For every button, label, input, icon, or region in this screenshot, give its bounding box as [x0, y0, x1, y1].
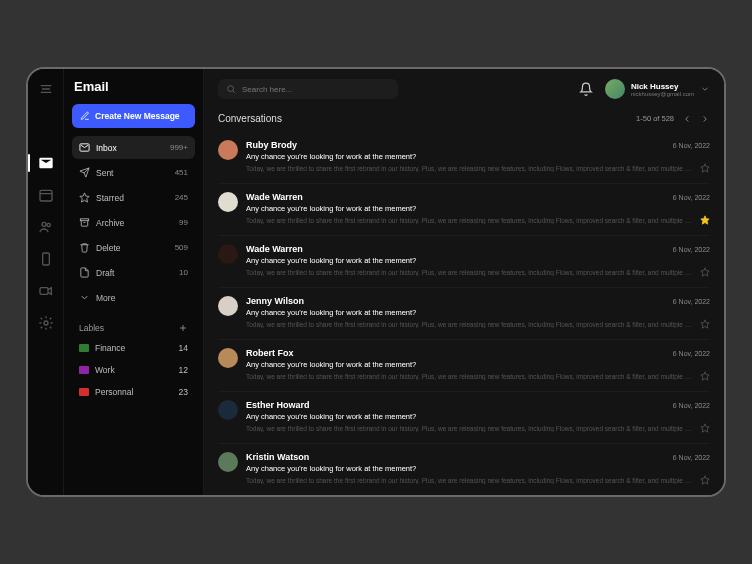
conversation-item[interactable]: Kristin Watson6 Nov, 2022Any chance you'… — [218, 444, 710, 495]
sidebar-item-archive[interactable]: Archive99 — [72, 211, 195, 234]
svg-marker-20 — [701, 372, 709, 380]
star-icon[interactable] — [700, 163, 710, 173]
conversation-preview: Today, we are thrilled to share the firs… — [246, 269, 692, 276]
conversation-preview: Today, we are thrilled to share the firs… — [246, 165, 692, 172]
svg-point-5 — [42, 222, 46, 226]
settings-icon[interactable] — [38, 315, 54, 331]
svg-marker-19 — [701, 320, 709, 328]
users-icon[interactable] — [38, 219, 54, 235]
sender-name: Wade Warren — [246, 244, 303, 254]
star-icon[interactable] — [700, 319, 710, 329]
folder-count: 999+ — [170, 143, 188, 152]
conversation-preview: Today, we are thrilled to share the firs… — [246, 477, 692, 484]
compose-icon — [80, 111, 90, 121]
conversation-item[interactable]: Jenny Wilson6 Nov, 2022Any chance you're… — [218, 288, 710, 340]
star-icon[interactable] — [700, 215, 710, 225]
sender-name: Ruby Brody — [246, 140, 297, 150]
create-message-button[interactable]: Create New Message — [72, 104, 195, 128]
notifications-icon[interactable] — [579, 82, 593, 96]
starred-icon — [79, 192, 90, 203]
pagination: 1-50 of 528 — [636, 114, 710, 124]
avatar — [218, 244, 238, 264]
sidebar-item-inbox[interactable]: Inbox999+ — [72, 136, 195, 159]
svg-point-6 — [47, 223, 50, 226]
conversation-item[interactable]: Ruby Brody6 Nov, 2022Any chance you're l… — [218, 132, 710, 184]
conversation-preview: Today, we are thrilled to share the firs… — [246, 321, 692, 328]
conversation-subject: Any chance you're looking for work at th… — [246, 256, 710, 265]
main: Nick Hussey nickhussey@gmail.com Convers… — [204, 69, 724, 495]
inbox-icon — [79, 142, 90, 153]
sender-name: Esther Howard — [246, 400, 310, 410]
sent-icon — [79, 167, 90, 178]
label-item[interactable]: Personnal23 — [72, 381, 195, 403]
folder-label: Inbox — [96, 143, 117, 153]
label-item[interactable]: Finance14 — [72, 337, 195, 359]
folder-label: More — [96, 293, 115, 303]
avatar — [218, 452, 238, 472]
label-count: 23 — [179, 387, 188, 397]
mail-icon[interactable] — [38, 155, 54, 171]
conversation-item[interactable]: Wade Warren6 Nov, 2022Any chance you're … — [218, 184, 710, 236]
svg-rect-11 — [80, 219, 88, 221]
svg-rect-8 — [40, 288, 48, 295]
conversation-date: 6 Nov, 2022 — [673, 402, 710, 409]
svg-rect-7 — [42, 253, 49, 265]
video-icon[interactable] — [38, 283, 54, 299]
svg-marker-17 — [701, 216, 709, 224]
list-title: Conversations — [218, 113, 282, 124]
folder-count: 10 — [179, 268, 188, 277]
folder-label: Draft — [96, 268, 114, 278]
label-item[interactable]: Work12 — [72, 359, 195, 381]
menu-icon[interactable] — [38, 81, 54, 97]
folder-count: 509 — [175, 243, 188, 252]
topbar: Nick Hussey nickhussey@gmail.com — [204, 69, 724, 109]
sender-name: Wade Warren — [246, 192, 303, 202]
sidebar-item-more[interactable]: More — [72, 286, 195, 309]
svg-point-9 — [44, 321, 48, 325]
conversation-list[interactable]: Ruby Brody6 Nov, 2022Any chance you're l… — [204, 132, 724, 495]
sidebar-item-delete[interactable]: Delete509 — [72, 236, 195, 259]
svg-marker-18 — [701, 268, 709, 276]
phone-icon[interactable] — [38, 251, 54, 267]
draft-icon — [79, 267, 90, 278]
conversation-subject: Any chance you're looking for work at th… — [246, 204, 710, 213]
label-swatch — [79, 344, 89, 352]
avatar — [218, 140, 238, 160]
next-page-icon[interactable] — [700, 114, 710, 124]
avatar — [218, 192, 238, 212]
star-icon[interactable] — [700, 371, 710, 381]
label-name: Finance — [95, 343, 125, 353]
conversation-subject: Any chance you're looking for work at th… — [246, 152, 710, 161]
avatar — [218, 400, 238, 420]
star-icon[interactable] — [700, 423, 710, 433]
device-frame: Email Create New Message Inbox999+Sent45… — [26, 67, 726, 497]
star-icon[interactable] — [700, 475, 710, 485]
folder-label: Starred — [96, 193, 124, 203]
labels-header: Lables — [72, 319, 195, 337]
add-label-icon[interactable] — [178, 323, 188, 333]
star-icon[interactable] — [700, 267, 710, 277]
search-input[interactable] — [242, 85, 390, 94]
sidebar-item-sent[interactable]: Sent451 — [72, 161, 195, 184]
conversation-date: 6 Nov, 2022 — [673, 298, 710, 305]
svg-point-14 — [228, 86, 234, 92]
search-box[interactable] — [218, 79, 398, 99]
label-swatch — [79, 366, 89, 374]
delete-icon — [79, 242, 90, 253]
conversation-subject: Any chance you're looking for work at th… — [246, 360, 710, 369]
conversation-item[interactable]: Robert Fox6 Nov, 2022Any chance you're l… — [218, 340, 710, 392]
prev-page-icon[interactable] — [682, 114, 692, 124]
conversation-subject: Any chance you're looking for work at th… — [246, 412, 710, 421]
label-count: 14 — [179, 343, 188, 353]
conversation-item[interactable]: Esther Howard6 Nov, 2022Any chance you'r… — [218, 392, 710, 444]
sidebar-item-starred[interactable]: Starred245 — [72, 186, 195, 209]
folder-list: Inbox999+Sent451Starred245Archive99Delet… — [72, 136, 195, 309]
sender-name: Robert Fox — [246, 348, 294, 358]
conversation-item[interactable]: Wade Warren6 Nov, 2022Any chance you're … — [218, 236, 710, 288]
sidebar-item-draft[interactable]: Draft10 — [72, 261, 195, 284]
chevron-down-icon — [700, 84, 710, 94]
calendar-icon[interactable] — [38, 187, 54, 203]
user-menu[interactable]: Nick Hussey nickhussey@gmail.com — [605, 79, 710, 99]
conversation-date: 6 Nov, 2022 — [673, 194, 710, 201]
user-email: nickhussey@gmail.com — [631, 91, 694, 97]
